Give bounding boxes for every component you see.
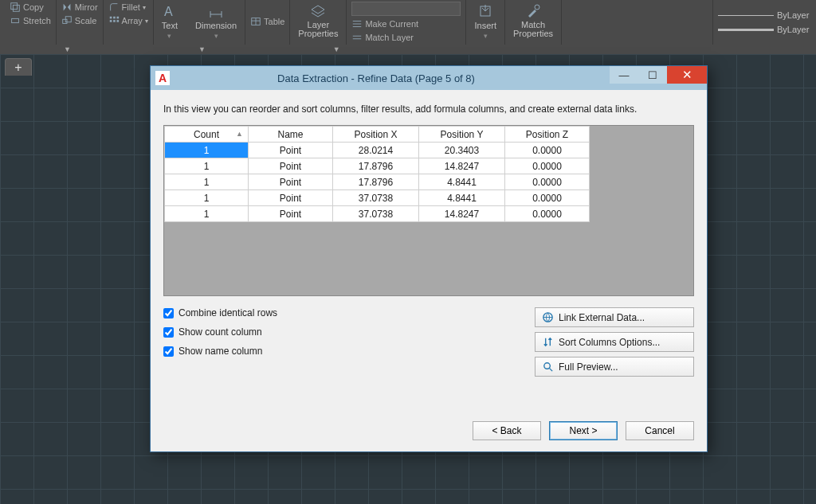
bylayer-lineweight[interactable]: ByLayer [718, 25, 811, 34]
dialog-titlebar[interactable]: A Data Extraction - Refine Data (Page 5 … [151, 66, 707, 90]
ribbon-array-label: Array [122, 16, 143, 26]
col-header-name[interactable]: Name [249, 127, 333, 143]
combine-rows-label: Combine identical rows [178, 307, 277, 318]
table-row[interactable]: 1 Point 37.0738 4.8441 0.0000 [165, 190, 590, 206]
svg-text:A: A [164, 5, 173, 18]
maximize-button[interactable]: ☐ [638, 66, 667, 84]
sort-columns-button[interactable]: Sort Columns Options... [535, 332, 694, 352]
data-extraction-dialog: A Data Extraction - Refine Data (Page 5 … [150, 65, 708, 452]
chevron-down-icon[interactable]: ▼ [333, 45, 340, 53]
ribbon-dimension[interactable]: Dimension▾ [192, 2, 240, 41]
ribbon-layer-properties[interactable]: Layer Properties [295, 2, 341, 40]
full-preview-button[interactable]: Full Preview... [535, 357, 694, 377]
close-button[interactable]: ✕ [667, 66, 707, 84]
table-header-row[interactable]: Count▲ Name Position X Position Y Positi… [165, 127, 590, 143]
cell-name[interactable]: Point [249, 174, 333, 190]
cell-pz[interactable]: 0.0000 [505, 174, 590, 190]
cell-count[interactable]: 1 [165, 206, 249, 222]
ribbon-match-properties[interactable]: Match Properties [510, 2, 556, 40]
ribbon-scale[interactable]: Scale [61, 15, 98, 26]
cell-count[interactable]: 1 [165, 158, 249, 174]
combine-rows-input[interactable] [163, 308, 174, 318]
cell-name[interactable]: Point [249, 190, 333, 206]
table-row[interactable]: 1 Point 17.8796 14.8247 0.0000 [165, 158, 590, 174]
ribbon-toolbar: Copy Stretch Mirror Scale Fillet ▾ Array… [0, 0, 816, 45]
svg-rect-5 [109, 17, 112, 19]
cell-px[interactable]: 17.8796 [333, 174, 419, 190]
cell-px[interactable]: 28.0214 [333, 143, 419, 158]
layer-dropdown[interactable] [351, 2, 461, 16]
ribbon-table[interactable]: Table [250, 16, 284, 27]
back-button[interactable]: < Back [473, 421, 541, 440]
ribbon-mirror[interactable]: Mirror [61, 2, 98, 13]
cell-pz[interactable]: 0.0000 [505, 206, 590, 222]
bylayer-linetype[interactable]: ByLayer [718, 10, 811, 20]
svg-point-19 [535, 5, 539, 10]
cell-py[interactable]: 14.8247 [419, 206, 505, 222]
ribbon-dimension-label: Dimension [195, 21, 237, 30]
cell-py[interactable]: 4.8441 [419, 174, 505, 190]
bylayer-label-1: ByLayer [777, 10, 809, 20]
ribbon-make-current[interactable]: Make Current [351, 18, 461, 29]
ribbon-fillet[interactable]: Fillet ▾ [108, 2, 148, 13]
ribbon-copy[interactable]: Copy [10, 2, 51, 13]
svg-rect-1 [13, 5, 19, 11]
ribbon-text[interactable]: AText▾ [159, 2, 181, 41]
ribbon-table-label: Table [264, 17, 284, 27]
cell-name[interactable]: Point [249, 158, 333, 174]
cell-pz[interactable]: 0.0000 [505, 190, 590, 206]
ribbon-text-label: Text [162, 21, 178, 30]
sort-asc-icon: ▲ [236, 130, 243, 138]
new-tab-button[interactable]: + [5, 58, 32, 76]
ribbon-array[interactable]: Array ▾ [108, 15, 148, 26]
ribbon-stretch-label: Stretch [23, 16, 51, 26]
table-row[interactable]: 1 Point 28.0214 20.3403 0.0000 [165, 143, 590, 158]
ribbon-stretch[interactable]: Stretch [10, 15, 51, 26]
cancel-button[interactable]: Cancel [626, 421, 694, 440]
cell-px[interactable]: 37.0738 [333, 190, 419, 206]
svg-point-21 [544, 363, 551, 369]
svg-line-22 [549, 368, 552, 371]
ribbon-insert[interactable]: Insert▾ [471, 2, 500, 41]
next-label: Next > [569, 425, 597, 436]
svg-rect-3 [63, 19, 67, 23]
show-name-input[interactable] [163, 346, 174, 357]
chevron-down-icon[interactable]: ▼ [198, 45, 206, 53]
ribbon-fillet-label: Fillet [122, 2, 140, 13]
show-name-checkbox[interactable]: Show name column [163, 346, 520, 357]
cell-count[interactable]: 1 [165, 190, 249, 206]
ribbon-match-layer[interactable]: Match Layer [351, 32, 461, 43]
col-header-position-z[interactable]: Position Z [505, 127, 590, 143]
table-row[interactable]: 1 Point 37.0738 14.8247 0.0000 [165, 206, 590, 222]
cell-py[interactable]: 20.3403 [419, 143, 505, 158]
col-header-count[interactable]: Count▲ [165, 127, 249, 143]
cell-py[interactable]: 4.8441 [419, 190, 505, 206]
cell-px[interactable]: 37.0738 [333, 206, 419, 222]
ribbon-make-current-label: Make Current [365, 19, 418, 29]
next-button[interactable]: Next > [549, 421, 618, 440]
link-external-data-button[interactable]: Link External Data... [535, 307, 694, 327]
minimize-button[interactable]: — [610, 66, 638, 84]
cell-count[interactable]: 1 [165, 143, 249, 158]
cell-name[interactable]: Point [249, 143, 333, 158]
chevron-down-icon[interactable]: ▼ [64, 45, 71, 53]
show-count-checkbox[interactable]: Show count column [163, 326, 520, 338]
cell-name[interactable]: Point [249, 206, 333, 222]
cell-px[interactable]: 17.8796 [333, 158, 419, 174]
dialog-title: Data Extraction - Refine Data (Page 5 of… [175, 72, 610, 84]
ribbon-layer-props-label: Layer Properties [298, 21, 338, 38]
cell-py[interactable]: 14.8247 [419, 158, 505, 174]
cell-pz[interactable]: 0.0000 [505, 143, 590, 158]
svg-rect-0 [11, 3, 18, 10]
show-count-input[interactable] [163, 327, 174, 338]
back-label: < Back [492, 425, 521, 436]
cell-pz[interactable]: 0.0000 [505, 158, 590, 174]
col-header-position-y[interactable]: Position Y [419, 127, 505, 143]
ribbon-copy-label: Copy [23, 2, 44, 13]
link-icon [542, 311, 554, 323]
combine-rows-checkbox[interactable]: Combine identical rows [163, 307, 520, 318]
table-row[interactable]: 1 Point 17.8796 4.8441 0.0000 [165, 174, 590, 190]
col-header-position-x[interactable]: Position X [333, 127, 419, 143]
cell-count[interactable]: 1 [165, 174, 249, 190]
data-table[interactable]: Count▲ Name Position X Position Y Positi… [164, 126, 590, 222]
